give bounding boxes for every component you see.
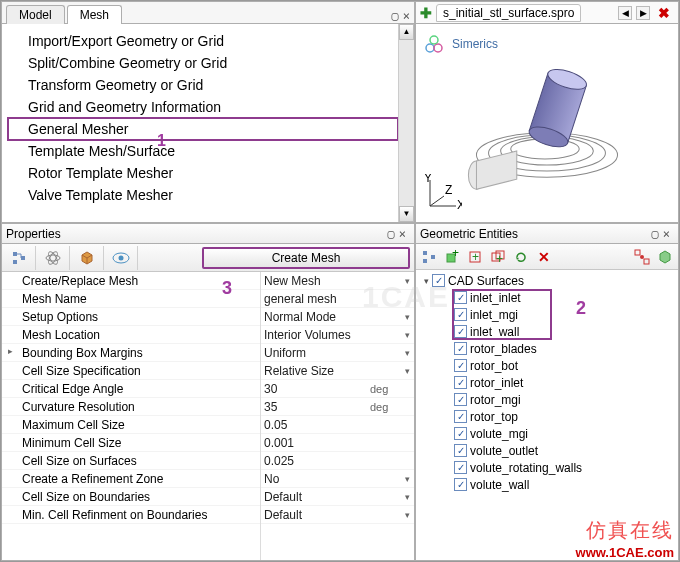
dropdown-icon[interactable]: ▾ xyxy=(400,492,414,502)
scrollbar[interactable]: ▲ ▼ xyxy=(398,24,414,222)
entity-label: volute_wall xyxy=(470,478,529,492)
checkbox-icon[interactable]: ✓ xyxy=(454,376,467,389)
checkbox-icon[interactable]: ✓ xyxy=(454,342,467,355)
entity-item[interactable]: ✓inlet_inlet xyxy=(416,289,678,306)
checkbox-icon[interactable]: ✓ xyxy=(454,461,467,474)
scroll-up-icon[interactable]: ▲ xyxy=(399,24,414,40)
entity-item[interactable]: ✓rotor_inlet xyxy=(416,374,678,391)
property-value[interactable]: 30 xyxy=(260,382,370,396)
mesh-command-item[interactable]: Transform Geometry or Grid xyxy=(8,74,398,96)
tab-mesh[interactable]: Mesh xyxy=(67,5,122,24)
panel-close-icon[interactable]: × xyxy=(403,9,410,23)
entity-item[interactable]: ✓rotor_bot xyxy=(416,357,678,374)
panel-close-icon[interactable]: × xyxy=(663,227,670,241)
mesh-command-item[interactable]: Valve Template Mesher xyxy=(8,184,398,206)
entity-item[interactable]: ✓inlet_wall xyxy=(416,323,678,340)
viewport-3d[interactable]: Simerics xyxy=(416,24,678,222)
entity-item[interactable]: ✓volute_mgi xyxy=(416,425,678,442)
property-value[interactable]: New Mesh xyxy=(260,274,370,288)
property-value[interactable]: Default xyxy=(260,490,370,504)
entity-item[interactable]: ✓volute_wall xyxy=(416,476,678,493)
property-row: Create/Replace MeshNew Mesh▾ xyxy=(2,272,414,290)
entity-item[interactable]: ✓rotor_blades xyxy=(416,340,678,357)
prev-tab-icon[interactable]: ◀ xyxy=(618,6,632,20)
dropdown-icon[interactable]: ▾ xyxy=(400,330,414,340)
next-tab-icon[interactable]: ▶ xyxy=(636,6,650,20)
watermark-url: www.1CAE.com xyxy=(576,545,674,560)
entity-label: inlet_inlet xyxy=(470,291,521,305)
toolbar-tree-icon[interactable] xyxy=(2,246,36,270)
tab-model[interactable]: Model xyxy=(6,5,65,24)
mesh-command-item[interactable]: Rotor Template Mesher xyxy=(8,162,398,184)
entities-root[interactable]: ▾✓CAD Surfaces xyxy=(416,272,678,289)
entity-item[interactable]: ✓rotor_top xyxy=(416,408,678,425)
entity-delete-icon[interactable]: ✕ xyxy=(533,246,555,268)
checkbox-icon[interactable]: ✓ xyxy=(454,291,467,304)
dropdown-icon[interactable]: ▾ xyxy=(400,348,414,358)
entity-label: volute_rotating_walls xyxy=(470,461,582,475)
panel-close-icon[interactable]: × xyxy=(399,227,406,241)
entity-item[interactable]: ✓inlet_mgi xyxy=(416,306,678,323)
property-value[interactable]: Default xyxy=(260,508,370,522)
dropdown-icon[interactable]: ▾ xyxy=(400,510,414,520)
toolbar-cube-icon[interactable] xyxy=(70,246,104,270)
checkbox-icon[interactable]: ✓ xyxy=(454,325,467,338)
property-row: Setup OptionsNormal Mode▾ xyxy=(2,308,414,326)
svg-rect-36 xyxy=(644,259,649,264)
toolbar-eye-icon[interactable] xyxy=(104,246,138,270)
dropdown-icon[interactable]: ▾ xyxy=(400,474,414,484)
property-value[interactable]: Uniform xyxy=(260,346,370,360)
property-row: Mesh Namegeneral mesh xyxy=(2,290,414,308)
svg-text:Z: Z xyxy=(445,183,452,197)
checkbox-icon[interactable]: ✓ xyxy=(454,427,467,440)
checkbox-icon[interactable]: ✓ xyxy=(454,393,467,406)
file-tab-label: s_initial_stl_surface.spro xyxy=(443,6,574,20)
file-tab-bar: ✚ s_initial_stl_surface.spro ◀ ▶ ✖ xyxy=(416,2,678,24)
close-tab-icon[interactable]: ✖ xyxy=(654,5,674,21)
checkbox-icon[interactable]: ✓ xyxy=(454,478,467,491)
entity-refresh-icon[interactable] xyxy=(510,246,532,268)
property-label: Create/Replace Mesh xyxy=(2,274,260,288)
property-value[interactable]: 0.025 xyxy=(260,454,370,468)
mesh-command-item[interactable]: General Mesher xyxy=(8,118,398,140)
panel-float-icon[interactable]: ▢ xyxy=(652,227,659,241)
entity-target-icon[interactable] xyxy=(631,246,653,268)
property-value[interactable]: general mesh xyxy=(260,292,370,306)
add-tab-icon[interactable]: ✚ xyxy=(420,5,432,21)
checkbox-icon[interactable]: ✓ xyxy=(454,359,467,372)
dropdown-icon[interactable]: ▾ xyxy=(400,366,414,376)
dropdown-icon[interactable]: ▾ xyxy=(400,312,414,322)
create-mesh-button[interactable]: Create Mesh xyxy=(202,247,410,269)
panel-float-icon[interactable]: ▢ xyxy=(388,227,395,241)
checkbox-icon[interactable]: ✓ xyxy=(454,444,467,457)
toolbar-atom-icon[interactable] xyxy=(36,246,70,270)
entity-item[interactable]: ✓rotor_mgi xyxy=(416,391,678,408)
property-value[interactable]: 0.001 xyxy=(260,436,370,450)
entity-item[interactable]: ✓volute_outlet xyxy=(416,442,678,459)
entity-tree-icon[interactable] xyxy=(418,246,440,268)
property-value[interactable]: 0.05 xyxy=(260,418,370,432)
checkbox-icon[interactable]: ✓ xyxy=(454,410,467,423)
property-grid: 3 Create/Replace MeshNew Mesh▾Mesh Nameg… xyxy=(2,272,414,560)
mesh-command-item[interactable]: Template Mesh/Surface xyxy=(8,140,398,162)
property-value[interactable]: Relative Size xyxy=(260,364,370,378)
property-value[interactable]: No xyxy=(260,472,370,486)
entities-title: Geometric Entities xyxy=(420,227,652,241)
entity-item[interactable]: ✓volute_rotating_walls xyxy=(416,459,678,476)
dropdown-icon[interactable]: ▾ xyxy=(400,276,414,286)
mesh-command-item[interactable]: Grid and Geometry Information xyxy=(8,96,398,118)
file-tab[interactable]: s_initial_stl_surface.spro xyxy=(436,4,581,22)
scroll-down-icon[interactable]: ▼ xyxy=(399,206,414,222)
entity-box-icon[interactable] xyxy=(654,246,676,268)
property-value[interactable]: 35 xyxy=(260,400,370,414)
panel-float-icon[interactable]: ▢ xyxy=(392,9,399,23)
entity-add-group-icon[interactable]: + xyxy=(487,246,509,268)
property-value[interactable]: Normal Mode xyxy=(260,310,370,324)
mesh-command-item[interactable]: Import/Export Geometry or Grid xyxy=(8,30,398,52)
entity-add-icon[interactable]: + xyxy=(464,246,486,268)
mesh-command-item[interactable]: Split/Combine Geometry or Grid xyxy=(8,52,398,74)
property-value[interactable]: Interior Volumes xyxy=(260,328,370,342)
checkbox-icon[interactable]: ✓ xyxy=(454,308,467,321)
entity-add-cube-icon[interactable]: + xyxy=(441,246,463,268)
property-row: Cell Size on Surfaces0.025 xyxy=(2,452,414,470)
